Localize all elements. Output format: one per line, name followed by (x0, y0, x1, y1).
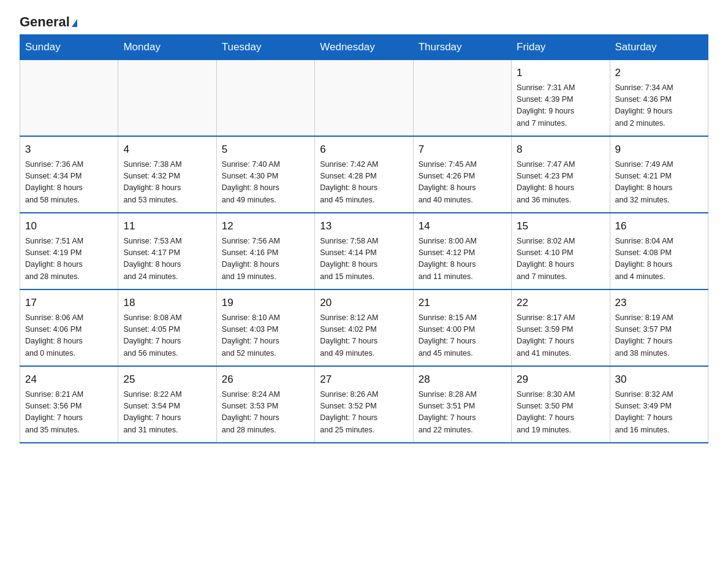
day-number: 1 (517, 65, 604, 81)
day-sun-info: Sunrise: 8:22 AM Sunset: 3:54 PM Dayligh… (123, 389, 211, 437)
day-number: 16 (615, 218, 703, 234)
calendar-cell (413, 60, 511, 137)
day-sun-info: Sunrise: 7:45 AM Sunset: 4:26 PM Dayligh… (419, 159, 506, 207)
day-sun-info: Sunrise: 7:36 AM Sunset: 4:34 PM Dayligh… (25, 159, 113, 207)
calendar-cell: 3Sunrise: 7:36 AM Sunset: 4:34 PM Daylig… (20, 136, 118, 213)
day-sun-info: Sunrise: 8:00 AM Sunset: 4:12 PM Dayligh… (419, 236, 506, 283)
calendar-cell: 25Sunrise: 8:22 AM Sunset: 3:54 PM Dayli… (118, 366, 216, 443)
calendar-cell: 5Sunrise: 7:40 AM Sunset: 4:30 PM Daylig… (216, 136, 314, 213)
day-sun-info: Sunrise: 8:12 AM Sunset: 4:02 PM Dayligh… (320, 312, 408, 360)
logo: General (20, 15, 77, 28)
calendar-cell: 18Sunrise: 8:08 AM Sunset: 4:05 PM Dayli… (118, 289, 216, 366)
day-number: 26 (222, 372, 309, 388)
day-sun-info: Sunrise: 7:40 AM Sunset: 4:30 PM Dayligh… (222, 159, 309, 207)
day-sun-info: Sunrise: 8:02 AM Sunset: 4:10 PM Dayligh… (517, 236, 604, 283)
day-number: 27 (320, 372, 408, 388)
logo-triangle-icon (72, 19, 77, 27)
weekday-header-monday: Monday (118, 35, 216, 60)
calendar-cell: 20Sunrise: 8:12 AM Sunset: 4:02 PM Dayli… (315, 289, 413, 366)
calendar-cell: 26Sunrise: 8:24 AM Sunset: 3:53 PM Dayli… (216, 366, 314, 443)
weekday-header-thursday: Thursday (413, 35, 511, 60)
day-sun-info: Sunrise: 8:21 AM Sunset: 3:56 PM Dayligh… (25, 389, 113, 437)
calendar-cell: 24Sunrise: 8:21 AM Sunset: 3:56 PM Dayli… (20, 366, 118, 443)
day-sun-info: Sunrise: 8:26 AM Sunset: 3:52 PM Dayligh… (320, 389, 408, 437)
day-number: 10 (25, 218, 113, 234)
day-sun-info: Sunrise: 7:58 AM Sunset: 4:14 PM Dayligh… (320, 236, 408, 283)
calendar-cell (315, 60, 413, 137)
calendar-cell: 12Sunrise: 7:56 AM Sunset: 4:16 PM Dayli… (216, 213, 314, 289)
weekday-header-wednesday: Wednesday (315, 35, 413, 60)
day-sun-info: Sunrise: 8:24 AM Sunset: 3:53 PM Dayligh… (222, 389, 309, 437)
day-sun-info: Sunrise: 8:15 AM Sunset: 4:00 PM Dayligh… (419, 312, 506, 360)
day-number: 18 (123, 295, 211, 311)
day-number: 12 (222, 218, 309, 234)
day-sun-info: Sunrise: 7:47 AM Sunset: 4:23 PM Dayligh… (517, 159, 604, 207)
logo-line1: General (20, 15, 77, 29)
day-number: 11 (123, 218, 211, 234)
day-number: 29 (517, 372, 604, 388)
calendar-cell (20, 60, 118, 137)
weekday-header-tuesday: Tuesday (216, 35, 314, 60)
calendar-cell: 19Sunrise: 8:10 AM Sunset: 4:03 PM Dayli… (216, 289, 314, 366)
day-sun-info: Sunrise: 8:04 AM Sunset: 4:08 PM Dayligh… (615, 236, 703, 283)
day-number: 24 (25, 372, 113, 388)
day-number: 19 (222, 295, 309, 311)
calendar-cell: 14Sunrise: 8:00 AM Sunset: 4:12 PM Dayli… (413, 213, 511, 289)
day-sun-info: Sunrise: 7:34 AM Sunset: 4:36 PM Dayligh… (615, 82, 703, 130)
day-number: 14 (419, 218, 506, 234)
page-header: General (20, 15, 708, 28)
calendar-cell: 7Sunrise: 7:45 AM Sunset: 4:26 PM Daylig… (413, 136, 511, 213)
calendar-week-row: 10Sunrise: 7:51 AM Sunset: 4:19 PM Dayli… (20, 213, 708, 289)
calendar-cell: 21Sunrise: 8:15 AM Sunset: 4:00 PM Dayli… (413, 289, 511, 366)
calendar-cell: 22Sunrise: 8:17 AM Sunset: 3:59 PM Dayli… (512, 289, 610, 366)
day-number: 5 (222, 142, 309, 158)
calendar-cell: 8Sunrise: 7:47 AM Sunset: 4:23 PM Daylig… (512, 136, 610, 213)
day-sun-info: Sunrise: 8:17 AM Sunset: 3:59 PM Dayligh… (517, 312, 604, 360)
day-number: 23 (615, 295, 703, 311)
calendar-cell: 15Sunrise: 8:02 AM Sunset: 4:10 PM Dayli… (512, 213, 610, 289)
calendar-cell: 28Sunrise: 8:28 AM Sunset: 3:51 PM Dayli… (413, 366, 511, 443)
day-number: 4 (123, 142, 211, 158)
day-sun-info: Sunrise: 8:08 AM Sunset: 4:05 PM Dayligh… (123, 312, 211, 360)
calendar-cell: 27Sunrise: 8:26 AM Sunset: 3:52 PM Dayli… (315, 366, 413, 443)
day-sun-info: Sunrise: 8:06 AM Sunset: 4:06 PM Dayligh… (25, 312, 113, 360)
calendar-cell: 13Sunrise: 7:58 AM Sunset: 4:14 PM Dayli… (315, 213, 413, 289)
calendar-cell: 11Sunrise: 7:53 AM Sunset: 4:17 PM Dayli… (118, 213, 216, 289)
day-sun-info: Sunrise: 7:38 AM Sunset: 4:32 PM Dayligh… (123, 159, 211, 207)
day-sun-info: Sunrise: 8:10 AM Sunset: 4:03 PM Dayligh… (222, 312, 309, 360)
day-number: 8 (517, 142, 604, 158)
day-sun-info: Sunrise: 7:31 AM Sunset: 4:39 PM Dayligh… (517, 82, 604, 130)
calendar-week-row: 1Sunrise: 7:31 AM Sunset: 4:39 PM Daylig… (20, 60, 708, 137)
day-sun-info: Sunrise: 7:53 AM Sunset: 4:17 PM Dayligh… (123, 236, 211, 283)
day-sun-info: Sunrise: 7:49 AM Sunset: 4:21 PM Dayligh… (615, 159, 703, 207)
day-number: 25 (123, 372, 211, 388)
calendar-cell: 17Sunrise: 8:06 AM Sunset: 4:06 PM Dayli… (20, 289, 118, 366)
day-number: 30 (615, 372, 703, 388)
calendar-cell: 2Sunrise: 7:34 AM Sunset: 4:36 PM Daylig… (610, 60, 708, 137)
calendar-header-row: SundayMondayTuesdayWednesdayThursdayFrid… (20, 35, 708, 60)
calendar-week-row: 17Sunrise: 8:06 AM Sunset: 4:06 PM Dayli… (20, 289, 708, 366)
day-sun-info: Sunrise: 8:28 AM Sunset: 3:51 PM Dayligh… (419, 389, 506, 437)
weekday-header-saturday: Saturday (610, 35, 708, 60)
calendar-cell: 10Sunrise: 7:51 AM Sunset: 4:19 PM Dayli… (20, 213, 118, 289)
day-sun-info: Sunrise: 8:32 AM Sunset: 3:49 PM Dayligh… (615, 389, 703, 437)
day-number: 15 (517, 218, 604, 234)
day-number: 9 (615, 142, 703, 158)
calendar-cell: 6Sunrise: 7:42 AM Sunset: 4:28 PM Daylig… (315, 136, 413, 213)
day-sun-info: Sunrise: 7:42 AM Sunset: 4:28 PM Dayligh… (320, 159, 408, 207)
day-number: 20 (320, 295, 408, 311)
calendar-cell (216, 60, 314, 137)
day-sun-info: Sunrise: 8:30 AM Sunset: 3:50 PM Dayligh… (517, 389, 604, 437)
calendar-cell: 30Sunrise: 8:32 AM Sunset: 3:49 PM Dayli… (610, 366, 708, 443)
day-number: 21 (419, 295, 506, 311)
weekday-header-friday: Friday (512, 35, 610, 60)
day-number: 6 (320, 142, 408, 158)
calendar-week-row: 24Sunrise: 8:21 AM Sunset: 3:56 PM Dayli… (20, 366, 708, 443)
calendar-cell: 4Sunrise: 7:38 AM Sunset: 4:32 PM Daylig… (118, 136, 216, 213)
day-number: 13 (320, 218, 408, 234)
day-number: 22 (517, 295, 604, 311)
day-sun-info: Sunrise: 8:19 AM Sunset: 3:57 PM Dayligh… (615, 312, 703, 360)
day-number: 7 (419, 142, 506, 158)
day-number: 2 (615, 65, 703, 81)
day-number: 3 (25, 142, 113, 158)
